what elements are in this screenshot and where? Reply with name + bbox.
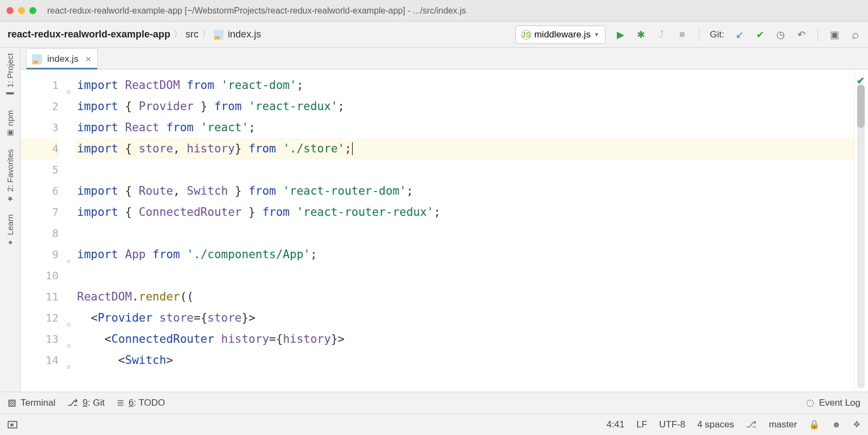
- star-icon: ★: [6, 195, 15, 203]
- branch-icon: ⎇: [67, 397, 78, 408]
- presentation-icon[interactable]: ▣: [829, 29, 840, 40]
- breadcrumb-separator: 〉: [202, 29, 210, 40]
- git-history-icon[interactable]: ◷: [775, 29, 786, 40]
- gutter-line[interactable]: 1⊟: [21, 75, 59, 96]
- gutter-line[interactable]: 4: [21, 138, 59, 159]
- favorites-tool-button[interactable]: ★ 2: Favorites: [5, 149, 15, 203]
- npm-tool-button[interactable]: ▣ npm: [5, 110, 15, 138]
- gutter[interactable]: 1⊟ 2 3 4 5 6 7 8 9⊡ 10 11 12⊟ 13⊟ 14⊟: [21, 69, 75, 392]
- scrollbar-thumb[interactable]: [857, 85, 865, 128]
- indent-setting[interactable]: 4 spaces: [697, 419, 734, 430]
- breadcrumb-separator: 〉: [174, 29, 182, 40]
- fold-icon[interactable]: ⊟: [67, 335, 71, 356]
- minimize-window-button[interactable]: [18, 7, 25, 14]
- fold-icon[interactable]: ⊟: [67, 81, 71, 103]
- gutter-line[interactable]: 2: [21, 96, 59, 117]
- breadcrumb-mid[interactable]: src: [186, 29, 199, 40]
- close-window-button[interactable]: [7, 7, 14, 14]
- run-config-dropdown[interactable]: JS middleware.js ▼: [515, 25, 605, 44]
- gutter-line[interactable]: 5: [21, 159, 59, 181]
- gutter-line[interactable]: 7: [21, 202, 59, 223]
- right-gutter: ✔: [854, 69, 868, 392]
- todo-tool-button[interactable]: ≣ 6: TODO: [117, 397, 165, 408]
- git-commit-icon[interactable]: ✔: [755, 29, 765, 40]
- gutter-line[interactable]: 3: [21, 117, 59, 138]
- stop-icon[interactable]: ■: [677, 29, 688, 40]
- list-icon: ≣: [117, 397, 124, 408]
- event-log-button[interactable]: ◌ Event Log: [806, 397, 860, 408]
- toolbar: react-redux-realworld-example-app 〉 src …: [0, 22, 868, 48]
- git-pull-icon[interactable]: ↙: [734, 29, 745, 40]
- nodejs-icon: JS: [521, 30, 531, 40]
- debug-icon[interactable]: ✱: [636, 29, 647, 40]
- book-icon: ✦: [6, 238, 15, 247]
- window-controls: [7, 7, 36, 14]
- search-icon[interactable]: ⌕: [850, 29, 860, 40]
- gutter-line[interactable]: 10: [21, 265, 59, 286]
- status-bar: 4:41 LF UTF-8 4 spaces ⎇ master 🔒 ☻ ❖: [0, 413, 868, 435]
- gutter-line[interactable]: 8: [21, 223, 59, 244]
- branch-icon: ⎇: [746, 419, 757, 430]
- breadcrumb-root[interactable]: react-redux-realworld-example-app: [8, 29, 170, 40]
- editor-column: index.js ✕ 1⊟ 2 3 4 5 6 7 8 9⊡ 10 11 12⊟…: [21, 48, 868, 392]
- lock-icon[interactable]: 🔒: [809, 419, 820, 430]
- line-separator[interactable]: LF: [636, 419, 647, 430]
- folder-icon: ▬: [6, 91, 15, 99]
- gutter-line[interactable]: 14⊟: [21, 350, 59, 371]
- terminal-tool-button[interactable]: ▨ Terminal: [8, 397, 55, 408]
- npm-icon: ▣: [6, 130, 15, 138]
- memory-icon[interactable]: ❖: [853, 419, 860, 430]
- git-label: Git:: [710, 29, 724, 40]
- maximize-window-button[interactable]: [29, 7, 36, 14]
- bottom-tool-bar: ▨ Terminal ⎇ 9: Git ≣ 6: TODO ◌ Event Lo…: [0, 392, 868, 413]
- revert-icon[interactable]: ↶: [796, 29, 807, 40]
- run-icon[interactable]: ▶: [615, 29, 626, 40]
- code-editor[interactable]: import ReactDOM from 'react-dom'; import…: [75, 69, 854, 392]
- breadcrumb[interactable]: react-redux-realworld-example-app 〉 src …: [8, 29, 261, 40]
- separator: [818, 28, 818, 41]
- inspector-icon[interactable]: ☻: [832, 420, 841, 430]
- gutter-line[interactable]: 9⊡: [21, 244, 59, 265]
- fold-icon[interactable]: ⊟: [67, 314, 71, 335]
- fold-icon[interactable]: ⊟: [67, 356, 71, 378]
- text-caret: [352, 142, 353, 155]
- window-picker-icon[interactable]: [8, 421, 17, 428]
- coverage-icon[interactable]: ⤴: [656, 29, 667, 40]
- editor-tabs: index.js ✕: [21, 48, 868, 69]
- gutter-line[interactable]: 11: [21, 286, 59, 308]
- close-tab-icon[interactable]: ✕: [85, 55, 92, 63]
- project-tool-button[interactable]: ▬ 1: Project: [5, 53, 15, 99]
- breadcrumb-leaf[interactable]: index.js: [228, 29, 261, 40]
- left-tool-strip: ▬ 1: Project ▣ npm ★ 2: Favorites ✦ Lear…: [0, 48, 21, 392]
- js-file-icon: [214, 30, 224, 40]
- fold-icon[interactable]: ⊡: [67, 251, 71, 272]
- js-file-icon: [32, 54, 42, 64]
- titlebar: react-redux-realworld-example-app [~/Web…: [0, 0, 868, 22]
- file-encoding[interactable]: UTF-8: [659, 419, 685, 430]
- toolbar-actions: ▶ ✱ ⤴ ■ Git: ↙ ✔ ◷ ↶ ▣ ⌕: [615, 28, 860, 41]
- chevron-down-icon: ▼: [594, 31, 599, 37]
- git-tool-button[interactable]: ⎇ 9: Git: [67, 397, 105, 408]
- run-config-name: middleware.js: [534, 29, 591, 40]
- git-branch[interactable]: master: [769, 419, 797, 430]
- gutter-line[interactable]: 12⊟: [21, 308, 59, 329]
- separator: [699, 28, 699, 41]
- terminal-icon: ▨: [8, 397, 16, 408]
- window-title: react-redux-realworld-example-app [~/Web…: [47, 6, 466, 16]
- gutter-line[interactable]: 6: [21, 181, 59, 202]
- editor-body[interactable]: 1⊟ 2 3 4 5 6 7 8 9⊡ 10 11 12⊟ 13⊟ 14⊟ im…: [21, 69, 868, 392]
- learn-tool-button[interactable]: ✦ Learn: [5, 214, 15, 247]
- editor-tab-indexjs[interactable]: index.js ✕: [26, 48, 98, 69]
- gutter-line[interactable]: 13⊟: [21, 329, 59, 350]
- scrollbar-track[interactable]: [857, 85, 865, 388]
- cursor-position[interactable]: 4:41: [607, 419, 624, 430]
- main-area: ▬ 1: Project ▣ npm ★ 2: Favorites ✦ Lear…: [0, 48, 868, 392]
- speech-bubble-icon: ◌: [806, 397, 814, 408]
- tab-label: index.js: [47, 54, 79, 65]
